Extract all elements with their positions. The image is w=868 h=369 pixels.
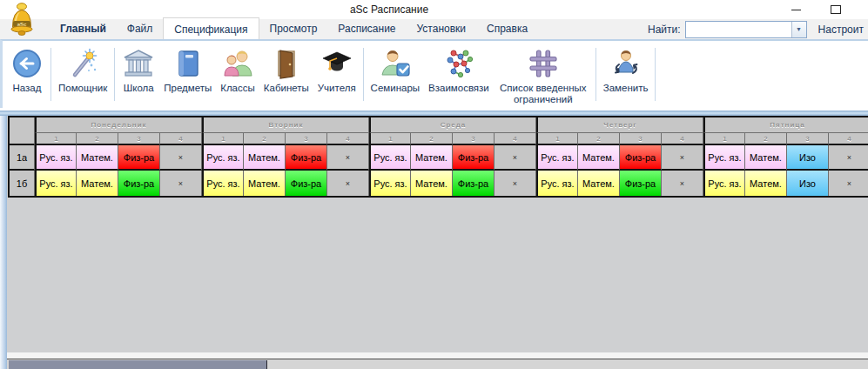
day-header: Среда: [369, 117, 536, 133]
toolbar-separator: [50, 48, 51, 101]
subject-cell[interactable]: Рус. яз.: [369, 171, 411, 196]
toolbar-button-label: Учителя: [318, 83, 356, 94]
period-header: 2: [411, 133, 453, 145]
subject-cell[interactable]: Физ-ра: [620, 171, 662, 196]
subject-cell[interactable]: Матем.: [244, 145, 286, 171]
empty-cell[interactable]: ×: [662, 171, 703, 196]
toolbar-button-subjects[interactable]: Предметы: [159, 44, 216, 96]
class-row-label[interactable]: 1а: [10, 145, 35, 171]
toolbar-button-label: Список введенных ограничений: [498, 83, 589, 105]
period-header: 2: [244, 133, 286, 145]
period-header: 3: [286, 133, 327, 145]
maximize-icon: [831, 5, 841, 14]
subject-cell[interactable]: Рус. яз.: [703, 171, 745, 196]
app-bell-icon[interactable]: aSc: [9, 2, 35, 37]
toolbar-separator: [595, 48, 596, 101]
toolbar-separator: [655, 48, 656, 101]
empty-cell[interactable]: ×: [160, 171, 202, 196]
toolbar-button-school[interactable]: Школа: [118, 44, 159, 96]
toolbar-button-back[interactable]: Назад: [6, 44, 48, 96]
minimize-icon: [791, 10, 801, 10]
subject-cell[interactable]: Матем.: [745, 171, 787, 196]
period-header: 2: [578, 133, 620, 145]
school-icon: [122, 46, 155, 81]
period-header: 1: [202, 133, 244, 145]
subject-cell[interactable]: Физ-ра: [118, 171, 160, 196]
toolbar: Назад Помощник Школа Предметы Классы Каб…: [0, 39, 868, 108]
menu-item-file[interactable]: Файл: [117, 19, 164, 39]
empty-cell[interactable]: ×: [829, 145, 868, 171]
subject-cell[interactable]: Матем.: [411, 145, 453, 171]
menubar: ГлавныйФайлСпецификацияПросмотрРасписани…: [0, 19, 868, 39]
chevron-down-icon: ▼: [796, 26, 802, 32]
day-header: Вторник: [202, 117, 369, 133]
combo-dropdown-button[interactable]: ▼: [791, 22, 806, 37]
empty-cell[interactable]: ×: [327, 145, 369, 171]
replace-icon: [609, 46, 643, 81]
toolbar-button-assistant[interactable]: Помощник: [54, 44, 111, 96]
empty-cell[interactable]: ×: [160, 145, 202, 171]
menu-item-specification[interactable]: Спецификация: [163, 17, 259, 39]
menu-item-timetable[interactable]: Расписание: [327, 19, 406, 39]
subject-cell[interactable]: Матем.: [77, 145, 118, 171]
subject-cell[interactable]: Физ-ра: [286, 145, 327, 171]
subject-cell[interactable]: Рус. яз.: [369, 145, 411, 171]
subject-cell[interactable]: Матем.: [77, 171, 118, 196]
empty-cell[interactable]: ×: [829, 171, 868, 196]
subject-cell[interactable]: Изо: [787, 171, 829, 196]
subject-cell[interactable]: Матем.: [411, 171, 453, 196]
subject-cell[interactable]: Физ-ра: [118, 145, 160, 171]
subject-cell[interactable]: Рус. яз.: [536, 145, 578, 171]
toolbar-button-rooms[interactable]: Кабинеты: [259, 44, 313, 96]
empty-cell[interactable]: ×: [662, 145, 703, 171]
subject-cell[interactable]: Изо: [787, 145, 829, 171]
menu-item-help[interactable]: Справка: [476, 19, 538, 39]
subject-cell[interactable]: Матем.: [578, 145, 620, 171]
period-header: 3: [453, 133, 495, 145]
subject-cell[interactable]: Матем.: [745, 145, 787, 171]
menu-item-view[interactable]: Просмотр: [259, 19, 328, 39]
subject-cell[interactable]: Рус. яз.: [536, 171, 578, 196]
class-row-label[interactable]: 1б: [10, 171, 35, 196]
subject-cell[interactable]: Физ-ра: [453, 145, 495, 171]
subjects-icon: [172, 46, 205, 81]
empty-cell[interactable]: ×: [327, 171, 369, 196]
find-label: Найти:: [648, 23, 681, 36]
period-header: 4: [327, 133, 369, 145]
toolbar-button-relations[interactable]: Взаимосвязи: [424, 44, 494, 96]
subject-cell[interactable]: Матем.: [244, 171, 286, 196]
subject-cell[interactable]: Рус. яз.: [202, 171, 244, 196]
left-splitter[interactable]: [0, 116, 7, 369]
subject-cell[interactable]: Матем.: [578, 171, 620, 196]
customize-label[interactable]: Настроит: [818, 23, 864, 36]
subject-cell[interactable]: Физ-ра: [286, 171, 327, 196]
toolbar-button-constraints[interactable]: Список введенных ограничений: [494, 44, 593, 107]
toolbar-button-replace[interactable]: Заменить: [599, 44, 653, 96]
subject-cell[interactable]: Рус. яз.: [202, 145, 244, 171]
back-icon: [10, 46, 44, 81]
toolbar-button-label: Взаимосвязи: [428, 83, 489, 94]
empty-cell[interactable]: ×: [495, 145, 536, 171]
subject-cell[interactable]: Рус. яз.: [35, 171, 77, 196]
minimize-button[interactable]: [782, 0, 810, 19]
day-header: Понедельник: [35, 117, 202, 133]
find-combobox: ▼: [685, 21, 807, 38]
menu-item-home[interactable]: Главный: [50, 19, 117, 39]
classes-icon: [221, 46, 254, 81]
empty-cell[interactable]: ×: [495, 171, 536, 196]
subject-cell[interactable]: Физ-ра: [453, 171, 495, 196]
maximize-button[interactable]: [822, 0, 850, 19]
toolbar-button-label: Школа: [124, 83, 154, 94]
subject-cell[interactable]: Рус. яз.: [703, 145, 745, 171]
subject-cell[interactable]: Физ-ра: [620, 145, 662, 171]
horizontal-scrollbar-thumb[interactable]: [9, 360, 267, 369]
period-header: 2: [745, 133, 787, 145]
search-input[interactable]: [686, 22, 791, 37]
subject-cell[interactable]: Рус. яз.: [35, 145, 77, 171]
period-header: 3: [620, 133, 662, 145]
toolbar-button-teachers[interactable]: Учителя: [313, 44, 360, 96]
horizontal-scrollbar[interactable]: [7, 359, 868, 369]
menu-item-settings[interactable]: Установки: [407, 19, 476, 39]
toolbar-button-seminars[interactable]: Семинары: [367, 44, 424, 96]
toolbar-button-classes[interactable]: Классы: [216, 44, 259, 96]
